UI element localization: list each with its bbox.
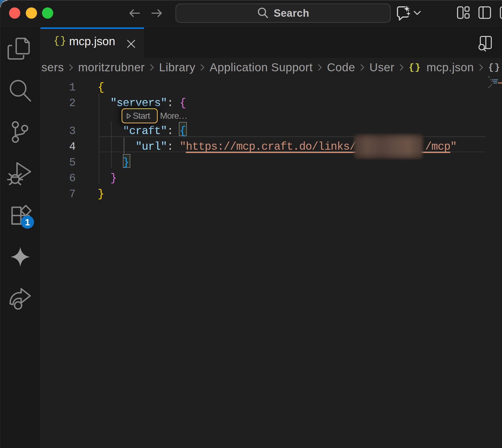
svg-text:1: 1	[25, 217, 30, 227]
